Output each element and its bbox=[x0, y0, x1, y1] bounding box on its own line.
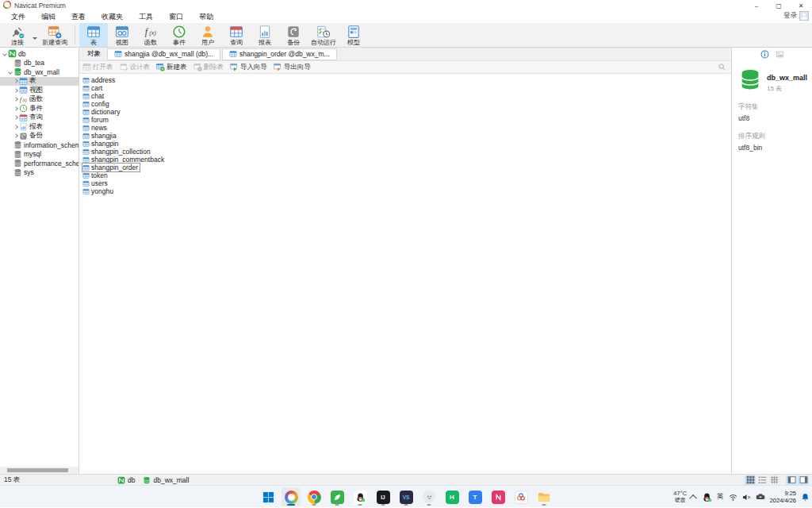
table-row-chat[interactable]: chat bbox=[82, 92, 731, 100]
sidebar-item-views[interactable]: 视图 bbox=[0, 86, 79, 95]
connection-dropdown-icon[interactable] bbox=[33, 37, 37, 40]
table-row-news[interactable]: news bbox=[82, 124, 731, 132]
sidebar-item-queries[interactable]: 查询 bbox=[0, 114, 79, 123]
taskbar-app-blue-t-app[interactable]: T bbox=[465, 487, 485, 506]
menu-item-0[interactable]: 文件 bbox=[3, 12, 33, 22]
breadcrumb-item-db[interactable]: db bbox=[117, 476, 135, 484]
taskbar-app-windows-start[interactable] bbox=[259, 487, 278, 506]
menu-item-2[interactable]: 查看 bbox=[63, 12, 94, 22]
table-row-users[interactable]: users bbox=[82, 179, 731, 187]
sidebar-item-events[interactable]: 事件 bbox=[0, 104, 79, 114]
chevron-right-icon[interactable] bbox=[13, 98, 19, 101]
toolbar-button-new-query[interactable]: 新建查询 bbox=[39, 23, 71, 47]
table-row-address[interactable]: address bbox=[82, 76, 731, 84]
sidebar-item-information-schema[interactable]: information_schema bbox=[0, 140, 79, 150]
toolbar-button-functions[interactable]: f(x)函数 bbox=[136, 23, 165, 47]
menu-item-4[interactable]: 工具 bbox=[131, 12, 161, 22]
chevron-down-icon[interactable] bbox=[7, 71, 13, 74]
toolbar-button-backups[interactable]: 备份 bbox=[279, 23, 308, 47]
toggle-left-pane-button[interactable] bbox=[786, 475, 797, 485]
import-wizard-button[interactable]: 导入向导 bbox=[230, 63, 267, 72]
volume-muted-icon[interactable] bbox=[742, 493, 751, 502]
chevron-right-icon[interactable] bbox=[13, 134, 19, 137]
table-row-shangpin_commentback[interactable]: shangpin_commentback bbox=[82, 156, 731, 164]
wifi-icon[interactable] bbox=[729, 493, 737, 502]
sidebar-item-mysql[interactable]: mysql bbox=[0, 150, 79, 160]
taskbar-app-navicat[interactable] bbox=[282, 487, 301, 506]
taskbar-app-chrome[interactable] bbox=[304, 487, 324, 506]
chevron-right-icon[interactable] bbox=[13, 89, 19, 92]
taskbar-app-cloud-app[interactable] bbox=[511, 487, 530, 506]
qq-tray-icon[interactable] bbox=[702, 492, 712, 502]
menu-item-5[interactable]: 窗口 bbox=[161, 12, 191, 22]
login-area[interactable]: 登录 bbox=[783, 11, 809, 21]
export-wizard-button[interactable]: 导出向导 bbox=[274, 63, 311, 72]
tray-device-icon[interactable] bbox=[756, 492, 765, 502]
sidebar-item-functions[interactable]: f(x)函数 bbox=[0, 95, 79, 105]
chevron-right-icon[interactable] bbox=[13, 116, 19, 119]
list-view-button[interactable] bbox=[756, 475, 768, 485]
toolbar-button-users[interactable]: 用户 bbox=[193, 23, 222, 47]
sidebar-horizontal-scrollbar[interactable] bbox=[0, 467, 79, 474]
login-label[interactable]: 登录 bbox=[783, 11, 797, 21]
minimize-button[interactable]: – bbox=[745, 0, 768, 11]
menu-item-1[interactable]: 编辑 bbox=[33, 12, 63, 22]
toolbar-button-models[interactable]: 模型 bbox=[339, 23, 368, 47]
menu-item-6[interactable]: 帮助 bbox=[191, 12, 221, 22]
scrollbar-thumb[interactable] bbox=[7, 468, 68, 472]
detail-view-button[interactable] bbox=[768, 475, 779, 485]
sidebar-item-db-tea[interactable]: db_tea bbox=[0, 59, 79, 68]
sidebar-item-db[interactable]: db bbox=[0, 49, 79, 59]
table-row-cart[interactable]: cart bbox=[82, 84, 731, 92]
maximize-button[interactable]: ▢ bbox=[768, 0, 790, 11]
toolbar-button-events[interactable]: 事件 bbox=[165, 23, 193, 47]
toolbar-button-views[interactable]: 视图 bbox=[108, 23, 136, 47]
preview-image-icon[interactable] bbox=[776, 50, 784, 59]
toolbar-button-tables[interactable]: 表 bbox=[79, 23, 108, 47]
taskbar-app-qq[interactable] bbox=[350, 487, 370, 506]
chevron-down-icon[interactable] bbox=[2, 52, 8, 56]
taskbar-app-intellij-idea[interactable]: IJ bbox=[373, 487, 393, 506]
chevron-right-icon[interactable] bbox=[13, 79, 19, 83]
taskbar-clock[interactable]: 9:252024/4/26 bbox=[770, 490, 796, 505]
taskbar-app-file-explorer[interactable] bbox=[534, 487, 553, 506]
tab-shangpin-order[interactable]: shangpin_order @db_wx_m... bbox=[222, 48, 337, 60]
toolbar-button-automation[interactable]: 自动运行 bbox=[308, 23, 339, 47]
table-row-cell[interactable]: yonghu bbox=[82, 187, 116, 196]
tray-overflow-chevron-icon[interactable] bbox=[689, 494, 697, 502]
taskbar-app-hbuilderx[interactable]: H bbox=[442, 487, 462, 506]
taskbar-app-visual-studio[interactable]: VS bbox=[396, 487, 416, 506]
sidebar-item-reports[interactable]: 报表 bbox=[0, 122, 79, 132]
table-row-token[interactable]: token bbox=[82, 171, 731, 179]
menu-item-3[interactable]: 收藏夹 bbox=[94, 12, 131, 22]
close-button[interactable]: ✕ bbox=[790, 0, 812, 11]
new-table-button[interactable]: 新建表 bbox=[156, 63, 187, 72]
table-row-dictionary[interactable]: dictionary bbox=[82, 108, 731, 116]
info-circle-icon[interactable] bbox=[760, 50, 769, 59]
taskbar-app-pink-app[interactable] bbox=[488, 487, 508, 506]
sidebar-item-db-wx-mall[interactable]: db_wx_mall bbox=[0, 67, 79, 77]
table-row-shangpin[interactable]: shangpin bbox=[82, 140, 731, 148]
tab-shangjia[interactable]: shangjia @db_wx_mall (db)... bbox=[107, 48, 220, 60]
table-row-yonghu[interactable]: yonghu bbox=[82, 187, 731, 195]
chevron-right-icon[interactable] bbox=[13, 125, 19, 129]
toolbar-button-connection[interactable]: 连接 bbox=[3, 23, 32, 47]
taskbar-app-green-app[interactable] bbox=[327, 487, 347, 506]
sidebar-item-backups[interactable]: 备份 bbox=[0, 132, 79, 141]
sidebar-item-sys[interactable]: sys bbox=[0, 168, 79, 178]
bell-icon[interactable] bbox=[801, 493, 810, 502]
toolbar-button-reports[interactable]: 报表 bbox=[251, 23, 279, 47]
table-row-shangpin_order[interactable]: shangpin_order bbox=[82, 164, 731, 171]
grid-view-button[interactable] bbox=[745, 475, 756, 485]
sidebar-item-performance-schema[interactable]: performance_schema bbox=[0, 159, 79, 168]
sidebar-item-tables[interactable]: 表 bbox=[0, 77, 79, 87]
table-row-config[interactable]: config bbox=[82, 100, 731, 108]
user-avatar[interactable] bbox=[799, 11, 809, 21]
input-method-indicator[interactable]: 英 bbox=[717, 492, 724, 502]
table-row-shangjia[interactable]: shangjia bbox=[82, 132, 731, 140]
tab-objects[interactable]: 对象 bbox=[81, 48, 107, 60]
chevron-right-icon[interactable] bbox=[13, 107, 19, 110]
taskbar-app-gray-circle-app[interactable] bbox=[419, 487, 439, 506]
hardware-monitor[interactable]: 47°C硬盘 bbox=[673, 491, 687, 504]
table-row-forum[interactable]: forum bbox=[82, 116, 731, 124]
